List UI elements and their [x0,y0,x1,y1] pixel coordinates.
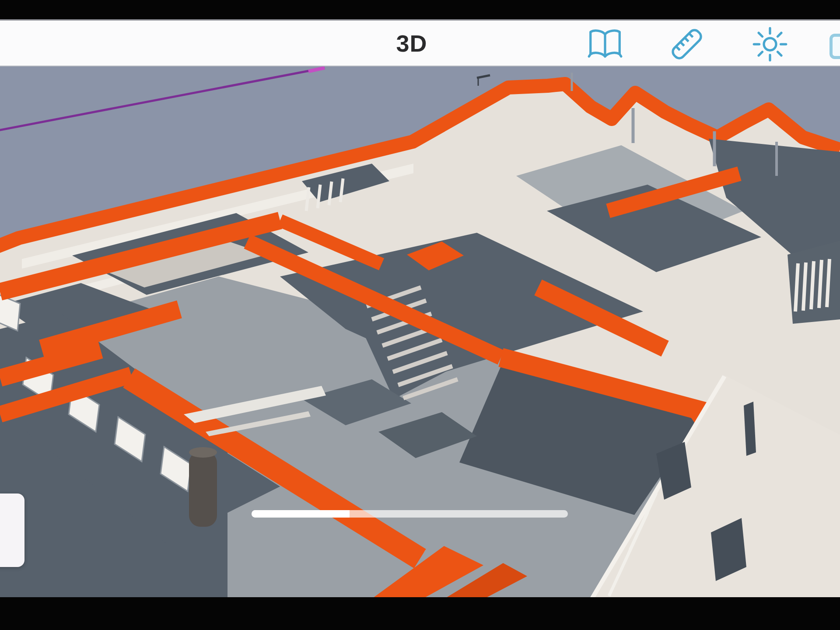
model-viewport[interactable] [0,66,840,597]
app-screen: 3D [0,0,840,630]
progress-scrubber[interactable] [252,510,568,518]
corner-panel-button[interactable] [0,494,24,567]
measure-ruler-button[interactable] [668,26,705,63]
top-letterbox-bar [0,0,840,19]
duct-cylinder [189,447,217,527]
book-icon [587,26,623,63]
brightness-sun-button[interactable] [752,26,788,63]
model-3d-view[interactable] [0,66,840,597]
bottom-letterbox-bar [0,597,840,630]
scrubber-fill [252,510,348,518]
scrubber-playhead[interactable] [347,510,350,518]
views-book-button[interactable] [587,26,623,63]
rounded-square-icon[interactable] [830,34,840,59]
toolbar: 3D [0,19,840,66]
sun-icon [752,26,788,63]
ruler-icon [668,26,705,63]
